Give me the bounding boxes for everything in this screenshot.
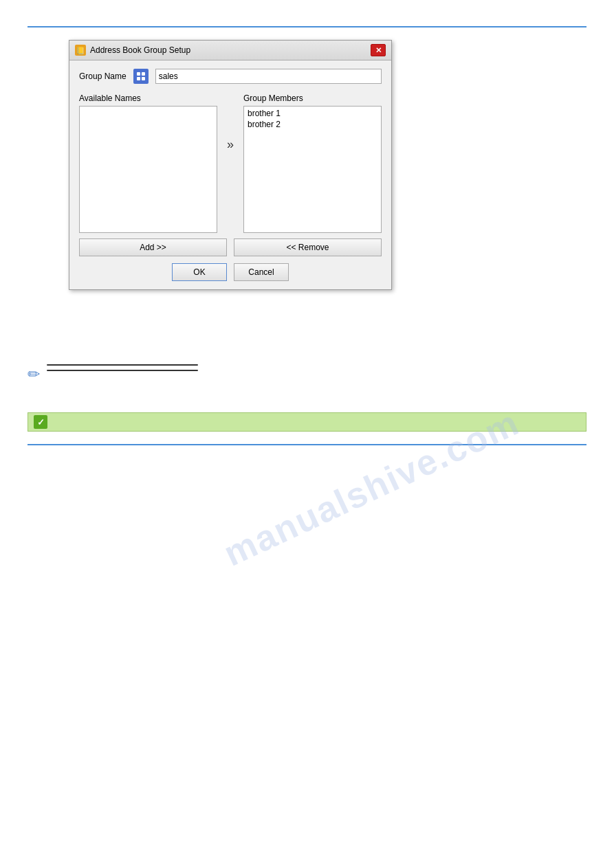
dialog-body: Group Name Available Names » <box>69 60 391 289</box>
dialog-title-text: Address Book Group Setup <box>90 45 190 55</box>
top-divider <box>28 26 586 27</box>
svg-rect-0 <box>137 72 140 76</box>
cancel-button[interactable]: Cancel <box>234 263 289 281</box>
close-button[interactable]: ✕ <box>371 44 386 56</box>
svg-rect-1 <box>142 72 145 76</box>
add-chevron-col: » <box>224 93 237 155</box>
bottom-divider <box>28 444 586 445</box>
group-members-listbox[interactable]: brother 1 brother 2 <box>243 106 382 233</box>
add-button[interactable]: Add >> <box>79 238 227 256</box>
available-names-listbox[interactable] <box>79 106 217 233</box>
add-remove-row: Add >> << Remove <box>79 238 382 256</box>
group-members-col: Group Members brother 1 brother 2 <box>243 93 382 233</box>
note-row: ✏ <box>28 364 586 383</box>
group-members-label: Group Members <box>243 93 382 103</box>
ok-cancel-row: OK Cancel <box>79 263 382 281</box>
dialog-title-left: 📒 Address Book Group Setup <box>75 45 190 56</box>
available-names-col: Available Names <box>79 93 217 233</box>
group-icon <box>133 69 149 84</box>
dialog-titlebar: 📒 Address Book Group Setup ✕ <box>69 41 391 60</box>
address-book-dialog: 📒 Address Book Group Setup ✕ Group Name <box>69 40 392 290</box>
check-bar: ✓ <box>28 412 586 432</box>
svg-rect-2 <box>137 77 140 80</box>
group-name-label: Group Name <box>79 71 127 81</box>
members-section: Available Names » Group Members brother … <box>79 93 382 233</box>
add-chevron-button[interactable]: » <box>224 135 237 155</box>
group-name-input[interactable] <box>155 69 382 84</box>
note-lines <box>47 364 198 371</box>
remove-button[interactable]: << Remove <box>234 238 382 256</box>
available-names-label: Available Names <box>79 93 217 103</box>
dialog-app-icon: 📒 <box>75 45 86 56</box>
note-line-2 <box>47 370 198 371</box>
pencil-icon: ✏ <box>28 366 40 383</box>
svg-rect-3 <box>142 77 145 80</box>
checkmark-icon: ✓ <box>34 415 47 429</box>
list-item: brother 2 <box>245 119 380 130</box>
ok-button[interactable]: OK <box>172 263 227 281</box>
list-item: brother 1 <box>245 108 380 119</box>
note-line-1 <box>47 364 198 366</box>
group-name-row: Group Name <box>79 69 382 84</box>
note-section: ✏ <box>28 364 586 383</box>
